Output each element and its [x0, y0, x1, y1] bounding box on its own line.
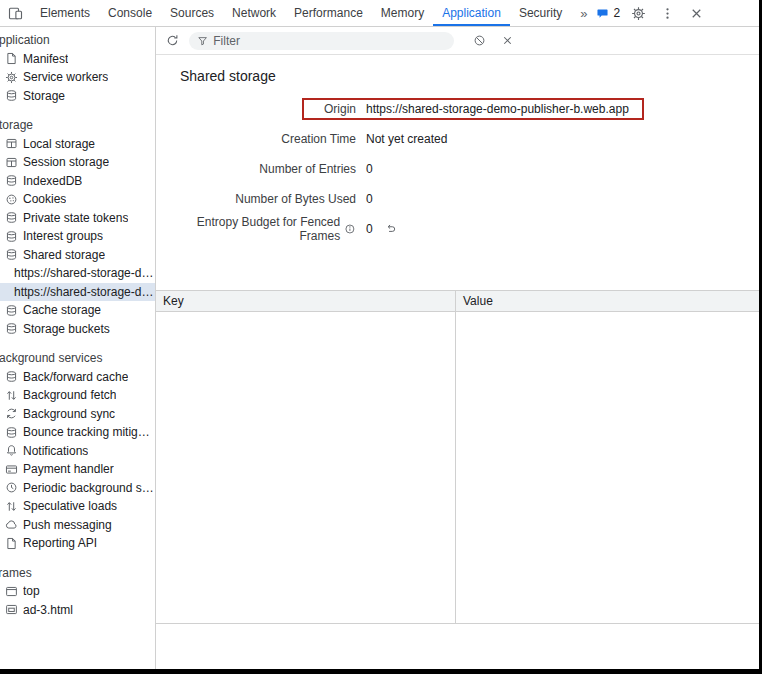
sidebar-item-label: Bounce tracking mitiga…	[23, 425, 155, 439]
column-header-key[interactable]: Key	[156, 291, 456, 311]
refresh-button[interactable]	[161, 30, 183, 52]
toggle-device-toolbar-button[interactable]	[8, 2, 23, 24]
database-icon	[5, 370, 18, 383]
tab-security[interactable]: Security	[510, 0, 571, 26]
filter-funnel-icon	[197, 35, 208, 47]
sidebar-item-label: Manifest	[23, 52, 68, 66]
table-value-column	[456, 312, 759, 623]
sidebar-item-manifest[interactable]: Manifest	[0, 50, 155, 69]
reset-budget-button[interactable]	[382, 220, 400, 238]
sidebar-item-label: Background sync	[23, 407, 115, 421]
column-header-value[interactable]: Value	[456, 291, 759, 311]
shared-storage-panel: Shared storage Origin https://shared-sto…	[156, 27, 759, 669]
clear-button[interactable]	[496, 30, 518, 52]
three-dot-menu-icon	[660, 6, 675, 21]
credit-card-icon	[5, 463, 18, 476]
page-title: Shared storage	[180, 68, 759, 84]
database-icon	[5, 230, 18, 243]
sidebar-item-background-sync[interactable]: Background sync	[0, 405, 155, 424]
sidebar-item-frame-top[interactable]: top	[0, 582, 155, 601]
sidebar-item-service-workers[interactable]: Service workers	[0, 68, 155, 87]
table-icon	[5, 137, 18, 150]
tab-sources[interactable]: Sources	[161, 0, 223, 26]
sidebar-section-frames: Frames top ad-3.html	[0, 564, 155, 620]
database-icon	[5, 304, 18, 317]
sidebar-item-private-state-tokens[interactable]: Private state tokens	[0, 209, 155, 228]
sidebar-item-label: Storage	[23, 89, 65, 103]
tab-memory[interactable]: Memory	[372, 0, 433, 26]
metadata-fields: Origin https://shared-storage-demo-publi…	[156, 94, 759, 244]
gear-icon	[631, 6, 646, 21]
filter-box[interactable]	[189, 32, 454, 50]
sidebar-item-label: Cache storage	[23, 303, 101, 317]
tab-console[interactable]: Console	[99, 0, 161, 26]
sidebar-item-label: IndexedDB	[23, 174, 82, 188]
sidebar-item-label: Payment handler	[23, 462, 114, 476]
devtools-tabbar: Elements Console Sources Network Perform…	[0, 0, 759, 27]
tab-performance[interactable]: Performance	[285, 0, 372, 26]
field-label-creation-time: Creation Time	[156, 132, 356, 146]
sidebar-item-cache-storage[interactable]: Cache storage	[0, 301, 155, 320]
filter-input[interactable]	[213, 34, 446, 48]
document-icon	[5, 52, 18, 65]
sidebar-item-label: ad-3.html	[23, 603, 73, 617]
document-icon	[5, 537, 18, 550]
sidebar-item-cookies[interactable]: Cookies	[0, 190, 155, 209]
field-label-entropy-budget: Entropy Budget for Fenced Frames	[156, 215, 356, 243]
refresh-icon	[166, 34, 179, 47]
sidebar-item-shared-storage[interactable]: Shared storage	[0, 246, 155, 265]
sidebar-item-storage[interactable]: Storage	[0, 87, 155, 106]
sidebar-item-label: Back/forward cache	[23, 370, 128, 384]
up-down-arrows-icon	[5, 500, 18, 513]
sidebar-item-reporting-api[interactable]: Reporting API	[0, 534, 155, 553]
delete-all-button[interactable]	[468, 30, 490, 52]
sidebar-item-label: Push messaging	[23, 518, 112, 532]
sidebar-item-periodic-background-sync[interactable]: Periodic background s…	[0, 479, 155, 498]
sidebar-item-interest-groups[interactable]: Interest groups	[0, 227, 155, 246]
database-icon	[5, 248, 18, 261]
database-icon	[5, 174, 18, 187]
issues-counter-button[interactable]: 2	[596, 6, 620, 20]
database-icon	[5, 211, 18, 224]
sidebar-item-label: Cookies	[23, 192, 66, 206]
sidebar-item-label: Periodic background s…	[23, 481, 154, 495]
sidebar-item-background-fetch[interactable]: Background fetch	[0, 386, 155, 405]
info-icon[interactable]	[344, 223, 356, 235]
tab-elements[interactable]: Elements	[31, 0, 99, 26]
sidebar-item-payment-handler[interactable]: Payment handler	[0, 460, 155, 479]
up-down-arrows-icon	[5, 389, 18, 402]
field-value-number-of-entries: 0	[366, 162, 373, 176]
sidebar-item-label: Session storage	[23, 155, 109, 169]
sidebar-item-shared-storage-origin-2[interactable]: https://shared-storage-d…	[0, 283, 155, 302]
field-row-number-of-entries: Number of Entries 0	[156, 154, 759, 184]
sidebar-item-push-messaging[interactable]: Push messaging	[0, 516, 155, 535]
close-devtools-button[interactable]	[685, 2, 707, 24]
sidebar-item-shared-storage-origin-1[interactable]: https://shared-storage-d…	[0, 264, 155, 283]
database-icon	[5, 426, 18, 439]
sidebar-item-label: Private state tokens	[23, 211, 128, 225]
more-options-button[interactable]	[656, 2, 678, 24]
issues-count: 2	[613, 6, 620, 20]
devtools-body: Application Manifest Service workers Sto…	[0, 27, 759, 669]
sidebar-item-session-storage[interactable]: Session storage	[0, 153, 155, 172]
sidebar-item-back-forward-cache[interactable]: Back/forward cache	[0, 368, 155, 387]
tab-application[interactable]: Application	[433, 0, 510, 26]
field-row-creation-time: Creation Time Not yet created	[156, 124, 759, 154]
settings-button[interactable]	[627, 2, 649, 24]
sidebar-item-bounce-tracking-mitigations[interactable]: Bounce tracking mitiga…	[0, 423, 155, 442]
device-toolbar-icon	[8, 6, 23, 21]
sidebar-item-label: Local storage	[23, 137, 95, 151]
sidebar-item-storage-buckets[interactable]: Storage buckets	[0, 320, 155, 339]
sidebar-item-local-storage[interactable]: Local storage	[0, 135, 155, 154]
undo-icon	[385, 223, 397, 235]
sidebar-item-frame-ad-3[interactable]: ad-3.html	[0, 601, 155, 620]
database-icon	[5, 322, 18, 335]
sidebar-item-speculative-loads[interactable]: Speculative loads	[0, 497, 155, 516]
field-label-number-of-bytes-used: Number of Bytes Used	[156, 192, 356, 206]
more-tabs-button[interactable]: »	[571, 0, 596, 26]
tab-network[interactable]: Network	[223, 0, 285, 26]
sidebar-item-notifications[interactable]: Notifications	[0, 442, 155, 461]
cookie-icon	[5, 193, 18, 206]
sidebar-item-label: Notifications	[23, 444, 88, 458]
sidebar-item-indexeddb[interactable]: IndexedDB	[0, 172, 155, 191]
